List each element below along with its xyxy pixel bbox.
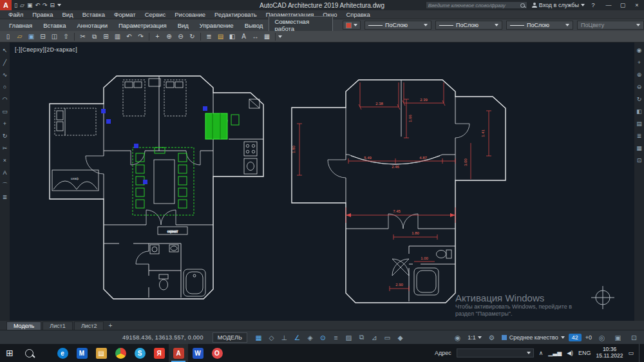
start-button[interactable]: ⊞	[0, 344, 19, 362]
publish-icon[interactable]: ⇧	[61, 32, 71, 41]
autocad-taskbar-icon[interactable]: A	[169, 344, 188, 362]
plot-preview-icon[interactable]: ◫	[49, 32, 60, 41]
grid-toggle-icon[interactable]: ▦	[252, 332, 265, 343]
tab-model[interactable]: Модель	[6, 321, 41, 330]
menu-view[interactable]: Вид	[57, 11, 77, 18]
selection-cycling-icon[interactable]: ⧉	[355, 332, 368, 343]
zoom-out-nav-icon[interactable]: ⊖	[635, 82, 643, 92]
opera-icon[interactable]: O	[207, 344, 227, 362]
save-drawing-icon[interactable]: ▣	[26, 32, 37, 41]
open-file-icon[interactable]: ▱	[20, 2, 24, 8]
layer-dropdown[interactable]: ПоСлою	[365, 21, 431, 30]
menu-tools[interactable]: Сервис	[140, 11, 171, 18]
palette-icon[interactable]: ▤	[635, 119, 643, 129]
erase-tool-icon[interactable]: ×	[1, 155, 9, 166]
workspace-gear-icon[interactable]: ⚙	[486, 332, 498, 343]
zoom-nav-icon[interactable]: ⊕	[635, 70, 643, 80]
menu-format[interactable]: Формат	[109, 11, 140, 18]
undo-icon[interactable]: ↶	[35, 2, 40, 8]
dimension-tool-icon[interactable]: ↔	[250, 32, 261, 41]
osnap-toggle-icon[interactable]: ⊙	[317, 332, 329, 343]
close-button[interactable]: ×	[630, 2, 644, 8]
hidden-icons-chevron[interactable]: ∧	[539, 350, 544, 356]
model-space-canvas[interactable]: [-][Сверху][2D-каркас]	[10, 43, 634, 321]
layer-list-icon[interactable]: ≣	[204, 32, 214, 41]
polyline-tool-icon[interactable]: ∿	[1, 70, 9, 80]
snap-toggle-icon[interactable]: ◇	[265, 332, 278, 343]
isodraft-toggle-icon[interactable]: ◈	[304, 332, 316, 343]
dynamic-input-icon[interactable]: ▭	[381, 332, 393, 343]
menu-insert[interactable]: Вставка	[78, 11, 109, 18]
qat-dropdown-icon[interactable]	[57, 4, 61, 6]
menu-draw[interactable]: Рисование	[170, 11, 210, 18]
redo-arrow-icon[interactable]: ↷	[135, 32, 146, 41]
circle-tool-icon[interactable]: ○	[1, 82, 9, 92]
layers-tool-icon[interactable]: ≣	[1, 192, 9, 202]
fullscreen-icon[interactable]: ⊡	[635, 155, 643, 166]
plot-icon[interactable]: ⊟	[50, 2, 55, 8]
new-drawing-icon[interactable]: ▯	[3, 32, 14, 41]
annotation-monitor-icon[interactable]: ◆	[394, 332, 406, 343]
orbit-nav-icon[interactable]: ↻	[635, 94, 643, 104]
copy-icon[interactable]: ⧉	[89, 32, 100, 41]
tab-parametric[interactable]: Параметризация	[113, 21, 172, 30]
zoom-in-icon[interactable]: ⊕	[164, 32, 175, 41]
tab-insert[interactable]: Вставка	[38, 21, 71, 30]
lineweight-dropdown[interactable]: ПоСлою	[506, 21, 573, 30]
isolate-objects-icon[interactable]: ◎	[596, 332, 608, 343]
restore-button[interactable]: ▢	[616, 2, 630, 8]
mtext-tool-icon[interactable]: A	[1, 167, 9, 178]
layer-panel-icon[interactable]: ≣	[635, 131, 643, 141]
undo-arrow-icon[interactable]: ↶	[124, 32, 135, 41]
save-icon[interactable]: ▣	[27, 2, 33, 8]
graphics-badge[interactable]: 42	[569, 334, 582, 341]
annotation-scale-control[interactable]: 1:1	[468, 334, 482, 341]
file-explorer-icon[interactable]: ▤	[91, 344, 111, 362]
arc-tool-icon[interactable]: ◠	[1, 94, 9, 104]
rotate-tool-icon[interactable]: ↻	[1, 131, 9, 141]
match-properties-icon[interactable]: ▥	[112, 32, 123, 41]
ortho-toggle-icon[interactable]: ⊥	[278, 332, 290, 343]
yandex-icon[interactable]: Я	[149, 344, 169, 362]
action-center-icon[interactable]: ▭	[628, 350, 634, 356]
open-drawing-icon[interactable]: ▱	[14, 32, 25, 41]
chrome-icon[interactable]	[111, 344, 130, 362]
search-input[interactable]	[428, 3, 518, 8]
transparency-toggle-icon[interactable]: ▨	[343, 332, 355, 343]
tab-layout2[interactable]: Лист2	[74, 321, 104, 330]
polar-toggle-icon[interactable]: ∠	[291, 332, 303, 343]
zoom-out-icon[interactable]: ⊖	[175, 32, 186, 41]
menu-help[interactable]: Справка	[341, 11, 374, 18]
minimize-button[interactable]: —	[601, 2, 616, 8]
graphics-performance-icon[interactable]: ▣	[612, 332, 624, 343]
annotation-visibility-icon[interactable]: ◉	[451, 332, 464, 343]
help-button[interactable]: ?	[589, 2, 597, 8]
skype-icon[interactable]: S	[130, 344, 149, 362]
clean-screen-icon[interactable]: ⊡	[628, 332, 640, 343]
grid-panel-icon[interactable]: ▦	[635, 143, 643, 153]
measure-tool-icon[interactable]: ⌒	[1, 180, 9, 190]
orbit-icon[interactable]: ↻	[187, 32, 198, 41]
annotation-auto-scale[interactable]: +0	[585, 334, 592, 341]
model-space-button[interactable]: МОДЕЛЬ	[213, 332, 247, 343]
select-tool-icon[interactable]: ↖	[1, 45, 9, 55]
show-desktop-button[interactable]	[639, 344, 642, 362]
toolbar-overflow-icon[interactable]	[278, 35, 282, 38]
tab-view[interactable]: Вид	[173, 21, 194, 30]
redo-icon[interactable]: ↷	[43, 2, 48, 8]
mail-icon[interactable]: M	[72, 344, 91, 362]
clock[interactable]: 10:36 15.11.2022	[596, 347, 623, 359]
word-icon[interactable]: W	[188, 344, 207, 362]
sign-in-button[interactable]: Вход в службы	[532, 2, 585, 8]
menu-modify[interactable]: Редактировать	[210, 11, 261, 18]
table-tool-icon[interactable]: ▦	[261, 32, 272, 41]
visual-quality-dropdown[interactable]: Среднее качество	[502, 334, 565, 341]
rectangle-tool-icon[interactable]: ▭	[1, 106, 9, 117]
network-icon[interactable]: ▁▃▅	[548, 350, 562, 356]
viewcube-icon[interactable]: ◧	[635, 106, 643, 117]
volume-icon[interactable]: ◀)	[567, 350, 573, 356]
language-indicator[interactable]: ENG	[578, 350, 591, 356]
menu-edit[interactable]: Правка	[28, 11, 57, 18]
tab-home[interactable]: Главная	[4, 21, 37, 30]
object-color-dropdown[interactable]	[343, 21, 361, 30]
